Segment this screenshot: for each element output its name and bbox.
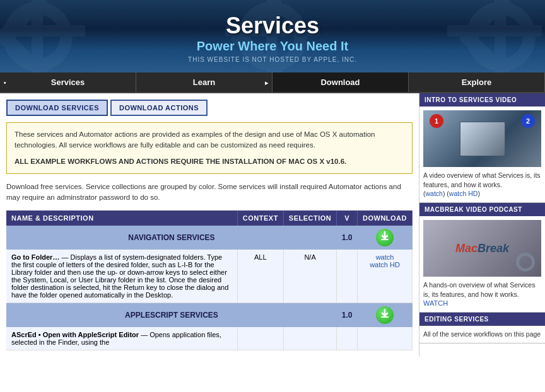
video-thumbnail[interactable]: 1 2 xyxy=(423,110,541,167)
sidebar-macbreak: MACBREAK VIDEO PODCAST MacBreak A hands-… xyxy=(419,203,545,313)
nav-download-label: Download xyxy=(320,78,360,87)
sidebar-intro-header: INTRO TO SERVICES VIDEO xyxy=(419,93,545,107)
notice-box: These services and Automator actions are… xyxy=(6,122,413,174)
ascreed-selection xyxy=(283,327,336,350)
gear-decoration-icon xyxy=(516,253,535,272)
service-name: Go to Folder… xyxy=(11,253,59,261)
macbreak-thumbnail[interactable]: MacBreak xyxy=(423,220,541,277)
download-nav-button[interactable] xyxy=(376,229,394,246)
nav-learn-label: Learn xyxy=(193,78,215,87)
section-nav-dl[interactable] xyxy=(358,226,413,250)
tab-buttons: DOWNLOAD SERVICES DOWNLOAD ACTIONS xyxy=(6,100,413,116)
sidebar-editing-body: All of the service workflows on this pag… xyxy=(419,326,545,343)
sidebar-macbreak-desc: A hands-on overview of what Services is,… xyxy=(423,280,541,299)
row-dl: watch watch HD xyxy=(358,250,413,303)
nav-download[interactable]: Download xyxy=(272,72,409,92)
description-text: Download free services. Service collecti… xyxy=(6,182,413,204)
sidebar-editing: EDITING SERVICES All of the service work… xyxy=(419,313,545,343)
ascreed-version xyxy=(337,327,358,350)
section-as-version: 1.0 xyxy=(337,303,358,328)
sidebar-intro-video: INTRO TO SERVICES VIDEO 1 2 A video over… xyxy=(419,93,545,203)
notice-warning: ALL EXAMPLE WORKFLOWS AND ACTIONS REQUIR… xyxy=(15,156,404,167)
watch-intro-hd-link[interactable]: watch HD xyxy=(449,190,478,197)
services-table: NAME & DESCRIPTION CONTEXT SELECTION V D… xyxy=(6,210,413,350)
ascreed-name: AScrEd • Open with AppleScript Editor xyxy=(11,331,139,338)
row-selection: N/A xyxy=(283,250,336,303)
nav-explore[interactable]: Explore xyxy=(409,72,545,92)
vid-circle-2: 2 xyxy=(521,114,535,128)
col-download: DOWNLOAD xyxy=(358,210,413,226)
col-version: V xyxy=(337,210,358,226)
watch-link[interactable]: watch xyxy=(376,253,394,261)
watch-hd-link[interactable]: watch HD xyxy=(370,261,400,268)
header-notice: THIS WEBSITE IS NOT HOSTED BY APPLE, INC… xyxy=(6,56,539,63)
tab-download-actions[interactable]: DOWNLOAD ACTIONS xyxy=(110,100,208,116)
page-subtitle: Power Where You Need It xyxy=(6,39,539,54)
right-sidebar: INTRO TO SERVICES VIDEO 1 2 A video over… xyxy=(419,93,545,357)
sidebar-intro-desc: A video overview of what Services is, it… xyxy=(423,171,541,189)
main-layout: DOWNLOAD SERVICES DOWNLOAD ACTIONS These… xyxy=(0,93,545,357)
watch-intro-link[interactable]: watch xyxy=(426,190,443,197)
macbreak-watch-link[interactable]: WATCH xyxy=(423,299,448,307)
row-version xyxy=(337,250,358,303)
tab-download-services[interactable]: DOWNLOAD SERVICES xyxy=(6,100,108,116)
row-context: ALL xyxy=(237,250,283,303)
sidebar-editing-desc: All of the service workflows on this pag… xyxy=(423,330,541,339)
col-name: NAME & DESCRIPTION xyxy=(6,210,237,226)
download-as-button[interactable] xyxy=(376,306,394,324)
left-content: DOWNLOAD SERVICES DOWNLOAD ACTIONS These… xyxy=(0,93,419,357)
video-preview-img xyxy=(460,122,505,156)
ascreed-context xyxy=(237,327,283,350)
nav-learn-arrow: ▸ xyxy=(265,79,268,86)
sidebar-macbreak-header: MACBREAK VIDEO PODCAST xyxy=(419,203,545,216)
nav-learn[interactable]: Learn ▸ xyxy=(136,72,272,92)
section-applescript: APPLESCRIPT SERVICES 1.0 xyxy=(6,303,413,328)
macbreak-logo: MacBreak xyxy=(455,242,509,255)
sidebar-macbreak-body: MacBreak A hands-on overview of what Ser… xyxy=(419,216,545,312)
notice-text: These services and Automator actions are… xyxy=(15,130,375,149)
col-selection: SELECTION xyxy=(283,210,336,226)
section-nav-version: 1.0 xyxy=(337,226,358,250)
nav-explore-label: Explore xyxy=(462,78,492,87)
row-ascreed-desc: AScrEd • Open with AppleScript Editor — … xyxy=(6,327,237,350)
nav-services-label: Services xyxy=(51,78,85,87)
section-as-dl[interactable] xyxy=(358,303,413,328)
section-navigation: NAVIGATION SERVICES 1.0 xyxy=(6,226,413,250)
col-context: CONTEXT xyxy=(237,210,283,226)
page-header: Services Power Where You Need It THIS WE… xyxy=(0,0,545,72)
section-nav-title: NAVIGATION SERVICES xyxy=(6,226,337,250)
sidebar-intro-body: 1 2 A video overview of what Services is… xyxy=(419,107,545,202)
nav-services[interactable]: • Services xyxy=(0,72,136,92)
sidebar-intro-links: (watch) (watch HD) xyxy=(423,189,541,199)
row-ascreed: AScrEd • Open with AppleScript Editor — … xyxy=(6,327,413,350)
vid-circle-1: 1 xyxy=(430,114,443,128)
section-as-title: APPLESCRIPT SERVICES xyxy=(6,303,337,328)
row-go-to-folder: Go to Folder… — Displays a list of syste… xyxy=(6,250,413,303)
main-nav: • Services Learn ▸ Download Explore xyxy=(0,72,545,93)
row-name-desc: Go to Folder… — Displays a list of syste… xyxy=(6,250,237,303)
page-title: Services xyxy=(6,13,539,39)
ascreed-dl xyxy=(358,327,413,350)
nav-bullet-icon: • xyxy=(4,79,6,86)
sidebar-editing-header: EDITING SERVICES xyxy=(419,313,545,326)
